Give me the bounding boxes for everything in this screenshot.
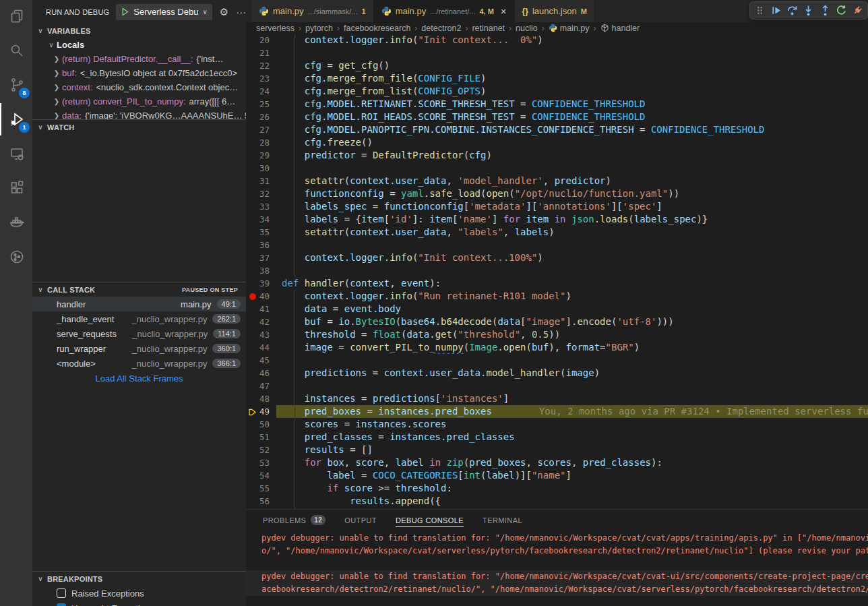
gutter[interactable]: 48 [246,392,276,405]
watch-section-header[interactable]: ∨ WATCH [32,120,246,134]
variables-scope-locals[interactable]: ∨ Locals [32,38,246,52]
breadcrumb-detectron2[interactable]: detectron2 [421,24,461,33]
gutter[interactable]: 42 [246,315,276,328]
gutter[interactable]: 20 [246,34,276,47]
variables-section-header[interactable]: ∨ VARIABLES [32,24,246,38]
gutter[interactable]: 52 [246,444,276,456]
tab-main-py-siammask[interactable]: main.py .../siammask/... 1 [251,0,374,22]
gutter[interactable]: 40 [246,290,276,303]
variable-row[interactable]: ❯buf:<_io.BytesIO object at 0x7f5a2dc1ec… [32,66,246,80]
gutter[interactable]: 29 [246,149,276,162]
tab-output[interactable]: OUTPUT [344,510,377,531]
restart-button[interactable] [834,3,848,18]
stack-frame-row[interactable]: _handle_event_nuclio_wrapper.py262:1 [32,311,246,326]
stack-frame-row[interactable]: run_wrapper_nuclio_wrapper.py360:1 [32,341,246,356]
code-editor[interactable]: 20 context.logger.info("Init context... … [246,34,868,509]
gutter[interactable]: 43 [246,328,276,341]
docker-icon[interactable] [0,206,32,239]
gutter[interactable]: 37 [246,251,276,264]
start-debug-icon[interactable] [121,7,129,16]
gutter[interactable]: 49 [246,405,276,418]
stack-frame-row[interactable]: handlermain.py49:1 [32,297,246,311]
extensions-icon[interactable] [0,172,32,204]
more-actions-icon[interactable]: ··· [236,7,246,17]
source-control-icon[interactable]: 8 [0,69,32,101]
gutter[interactable]: 44 [246,341,276,354]
close-tab-icon[interactable]: × [501,5,507,17]
tab-problems[interactable]: PROBLEMS 12 [263,510,326,531]
gutter[interactable]: 23 [246,72,276,85]
gutter[interactable]: 32 [246,187,276,200]
breadcrumb-facebookresearch[interactable]: facebookresearch [344,24,410,33]
step-out-button[interactable] [817,3,832,18]
gutter[interactable]: 24 [246,85,276,98]
code-line: 40 context.logger.info("Run retinanet-R1… [246,290,868,303]
symbol-namespace-icon [600,24,609,32]
gutter[interactable]: 35 [246,226,276,239]
breakpoint-uncaught-exceptions[interactable]: ✓ Uncaught Exceptions [32,601,246,606]
checkbox-unchecked[interactable] [57,588,66,598]
gutter[interactable]: 51 [246,431,276,444]
breadcrumb-nuclio[interactable]: nuclio [516,24,538,33]
bottom-panel: PROBLEMS 12 OUTPUT DEBUG CONSOLE TERMINA… [246,509,868,606]
problems-count-badge: 12 [311,515,326,525]
gutter[interactable]: 55 [246,482,276,495]
gutter[interactable]: 25 [246,98,276,111]
continue-button[interactable] [768,3,783,18]
gutter[interactable]: 33 [246,200,276,213]
load-all-stack-frames-link[interactable]: Load All Stack Frames [32,371,246,386]
gutter[interactable]: 53 [246,456,276,469]
tab-terminal[interactable]: TERMINAL [483,510,522,531]
gutter[interactable]: 34 [246,213,276,226]
breadcrumb-main-py[interactable]: main.py [560,24,590,33]
stack-frame-row[interactable]: <module>_nuclio_wrapper.py366:1 [32,356,246,371]
gutter[interactable]: 45 [246,354,276,367]
gutter[interactable]: 39 [246,277,276,290]
code-line: 46 predictions = context.user_data.model… [246,367,868,380]
code-line: 22 cfg = get_cfg() [246,59,868,72]
call-stack-section-header[interactable]: ∨ CALL STACK PAUSED ON STEP [32,282,246,297]
disconnect-button[interactable] [850,3,865,18]
step-over-button[interactable] [785,3,800,18]
gutter[interactable]: 27 [246,123,276,136]
gutter[interactable]: 30 [246,162,276,175]
run-and-debug-icon[interactable]: 1 [0,103,32,135]
git-graph-icon[interactable] [0,241,32,273]
variable-row[interactable]: ❯(return) DefaultPredictor.__call__:{'in… [32,52,246,66]
step-into-button[interactable] [801,3,816,18]
checkbox-checked[interactable]: ✓ [57,603,66,606]
gutter[interactable]: 26 [246,111,276,123]
breadcrumb-pytorch[interactable]: pytorch [305,24,333,33]
gutter[interactable]: 54 [246,469,276,482]
toolbar-drag-handle[interactable] [752,3,767,18]
gutter[interactable]: 41 [246,303,276,315]
gutter[interactable]: 38 [246,264,276,277]
code-line-content: if score >= threshold: [276,482,868,495]
tab-debug-console[interactable]: DEBUG CONSOLE [396,510,464,531]
gutter[interactable]: 36 [246,239,276,251]
breakpoints-section-header[interactable]: ∨ BREAKPOINTS [32,572,246,586]
gutter[interactable]: 46 [246,367,276,380]
stack-frame-row[interactable]: serve_requests_nuclio_wrapper.py114:1 [32,326,246,341]
breakpoint-raised-exceptions[interactable]: Raised Exceptions [32,586,246,601]
breadcrumb-serverless[interactable]: serverless [256,24,294,33]
tab-main-py-retinanet[interactable]: main.py .../retinanet/... 4, M × [374,0,515,22]
gutter[interactable]: 31 [246,175,276,187]
gutter[interactable]: 28 [246,136,276,149]
remote-explorer-icon[interactable] [0,138,32,170]
debug-config-dropdown[interactable]: Serverless Debu ∨ [116,4,212,20]
gutter[interactable]: 56 [246,495,276,508]
gutter[interactable]: 47 [246,380,276,392]
breadcrumb-retinanet[interactable]: retinanet [472,24,505,33]
gutter[interactable]: 22 [246,59,276,72]
variable-row[interactable]: ❯(return) convert_PIL_to_numpy:array([[[… [32,94,246,109]
explorer-icon[interactable] [0,0,32,32]
tab-launch-json[interactable]: {} launch.json M [515,0,595,22]
gear-icon[interactable]: ⚙ [220,7,228,17]
variable-row[interactable]: ❯data:{'image': 'iVBORw0KG…AAAANSUhE… 55 [32,109,246,119]
breadcrumb-handler[interactable]: handler [612,24,640,33]
gutter[interactable]: 21 [246,47,276,59]
search-icon[interactable] [0,34,32,67]
gutter[interactable]: 50 [246,418,276,431]
variable-row[interactable]: ❯context:<nuclio_sdk.context.Context obj… [32,80,246,94]
